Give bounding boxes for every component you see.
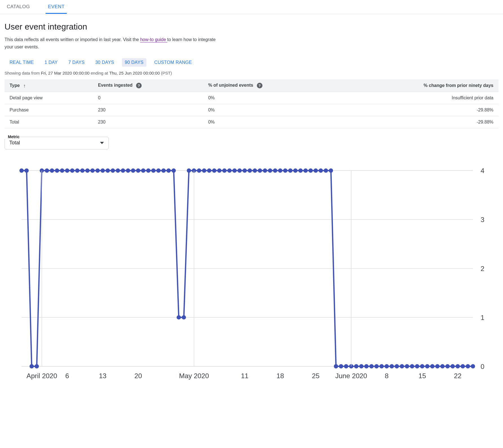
svg-point-39 — [161, 169, 166, 173]
svg-text:3: 3 — [480, 216, 484, 223]
svg-point-37 — [151, 169, 155, 173]
svg-point-40 — [166, 169, 171, 173]
range-custom[interactable]: CUSTOM RANGE — [152, 58, 195, 67]
svg-point-43 — [182, 315, 186, 319]
svg-point-29 — [111, 169, 115, 173]
svg-point-94 — [440, 364, 445, 368]
svg-point-52 — [227, 169, 232, 173]
svg-point-75 — [344, 364, 348, 368]
svg-point-61 — [273, 169, 277, 173]
svg-point-30 — [116, 169, 120, 173]
events-table: Type ↑ Events ingested ? % of unjoined e… — [5, 79, 498, 128]
table-row: Total 230 0% -29.88% — [5, 116, 498, 128]
help-icon[interactable]: ? — [136, 83, 142, 88]
tab-catalog[interactable]: CATALOG — [5, 0, 32, 14]
svg-point-51 — [222, 169, 226, 173]
chart-area: 01234April 202061320May 2020111825June 2… — [5, 166, 498, 387]
svg-point-77 — [354, 364, 359, 368]
svg-text:8: 8 — [385, 372, 388, 380]
svg-text:4: 4 — [480, 167, 484, 174]
table-row: Detail page view 0 0% Insufficient prior… — [5, 92, 498, 104]
svg-point-35 — [141, 169, 145, 173]
col-unjoined[interactable]: % of unjoined events ? — [203, 79, 335, 92]
svg-point-68 — [308, 169, 313, 173]
svg-point-78 — [359, 364, 364, 368]
svg-point-86 — [400, 364, 404, 368]
range-1-day[interactable]: 1 DAY — [42, 58, 61, 67]
svg-text:18: 18 — [276, 372, 284, 380]
svg-point-44 — [187, 169, 191, 173]
metric-value: Total — [9, 140, 20, 146]
how-to-guide-link[interactable]: how-to guide — [140, 37, 167, 42]
time-range-bar: REAL TIME 1 DAY 7 DAYS 30 DAYS 90 DAYS C… — [5, 58, 498, 67]
svg-point-79 — [364, 364, 369, 368]
desc-text-pre: This data reflects all events written or… — [5, 37, 140, 42]
svg-point-92 — [430, 364, 435, 368]
svg-point-87 — [405, 364, 409, 368]
svg-point-50 — [217, 169, 221, 173]
range-real-time[interactable]: REAL TIME — [7, 58, 37, 67]
svg-point-56 — [248, 169, 252, 173]
svg-point-33 — [131, 169, 135, 173]
svg-point-98 — [461, 364, 465, 368]
svg-point-70 — [319, 169, 323, 173]
svg-point-73 — [334, 364, 338, 368]
svg-text:2: 2 — [480, 265, 484, 272]
svg-point-54 — [237, 169, 242, 173]
svg-point-57 — [253, 169, 257, 173]
page-description: This data reflects all events written or… — [5, 36, 224, 50]
svg-text:April 2020: April 2020 — [26, 372, 57, 380]
svg-point-25 — [90, 169, 95, 173]
svg-point-49 — [212, 169, 216, 173]
svg-point-13 — [30, 364, 34, 368]
svg-text:June 2020: June 2020 — [335, 372, 367, 380]
svg-point-41 — [172, 169, 176, 173]
svg-point-53 — [232, 169, 237, 173]
svg-point-12 — [25, 169, 29, 173]
col-type[interactable]: Type ↑ — [5, 79, 93, 92]
svg-point-99 — [466, 364, 470, 368]
svg-point-71 — [324, 169, 328, 173]
svg-point-91 — [425, 364, 429, 368]
svg-point-65 — [293, 169, 297, 173]
events-line-chart: 01234April 202061320May 2020111825June 2… — [5, 166, 498, 387]
svg-point-26 — [95, 169, 100, 173]
range-90-days[interactable]: 90 DAYS — [122, 58, 146, 67]
svg-point-22 — [75, 169, 79, 173]
svg-point-72 — [329, 169, 333, 173]
svg-point-100 — [471, 364, 475, 368]
svg-point-62 — [278, 169, 282, 173]
svg-point-32 — [126, 169, 130, 173]
col-events-ingested[interactable]: Events ingested ? — [93, 79, 203, 92]
svg-point-93 — [435, 364, 440, 368]
svg-point-85 — [395, 364, 399, 368]
chevron-down-icon — [100, 142, 104, 144]
svg-point-27 — [101, 169, 105, 173]
svg-text:1: 1 — [480, 314, 484, 321]
svg-point-36 — [146, 169, 150, 173]
svg-point-97 — [456, 364, 460, 368]
svg-point-80 — [370, 364, 374, 368]
metric-label: Metric — [5, 135, 19, 139]
svg-text:15: 15 — [419, 372, 426, 380]
svg-point-14 — [35, 364, 39, 368]
range-7-days[interactable]: 7 DAYS — [66, 58, 88, 67]
metric-select[interactable]: Total — [5, 137, 109, 149]
svg-point-64 — [288, 169, 292, 173]
svg-point-21 — [70, 169, 74, 173]
tab-event[interactable]: EVENT — [46, 0, 67, 14]
svg-point-58 — [258, 169, 262, 173]
svg-point-31 — [121, 169, 125, 173]
col-change[interactable]: % change from prior ninety days — [335, 79, 498, 92]
svg-point-81 — [375, 364, 379, 368]
range-30-days[interactable]: 30 DAYS — [92, 58, 117, 67]
svg-point-69 — [313, 169, 318, 173]
svg-text:May 2020: May 2020 — [179, 372, 209, 380]
svg-text:22: 22 — [454, 372, 462, 380]
top-tabs: CATALOG EVENT — [0, 0, 503, 14]
svg-point-47 — [202, 169, 206, 173]
svg-point-84 — [390, 364, 394, 368]
svg-point-19 — [60, 169, 64, 173]
help-icon[interactable]: ? — [257, 83, 262, 88]
svg-point-20 — [65, 169, 69, 173]
